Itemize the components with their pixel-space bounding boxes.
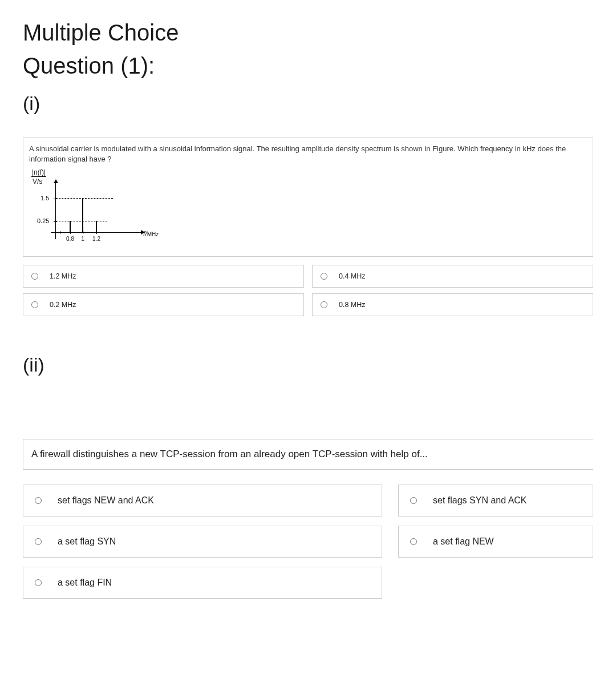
radio-icon [410, 538, 417, 545]
question-1-text: A sinusoidal carrier is modulated with a… [29, 144, 587, 164]
y-axis-label-bottom: V/s [33, 177, 42, 185]
y-tick-1: 1.5 [40, 195, 49, 201]
radio-icon [410, 497, 417, 504]
question-2-options: set flags NEW and ACK a set flag SYN a s… [23, 485, 593, 599]
q2-option-e-label: a set flag FIN [58, 578, 112, 588]
heading-line-2: Question (1): [23, 49, 593, 82]
q1-option-d[interactable]: 0.8 MHz [312, 293, 593, 316]
question-2-text: A firewall distinguishes a new TCP-sessi… [23, 439, 593, 470]
x-tick-1: 0.8 [66, 236, 74, 242]
radio-icon [35, 579, 42, 586]
part-ii-label: (ii) [23, 354, 593, 376]
q2-option-b-label: set flags SYN and ACK [433, 495, 527, 506]
q1-option-d-label: 0.8 MHz [339, 301, 366, 309]
page-title: Multiple Choice Question (1): [23, 16, 593, 82]
q1-option-a[interactable]: 1.2 MHz [23, 265, 304, 288]
q2-option-c[interactable]: a set flag SYN [23, 526, 382, 558]
radio-icon [31, 273, 38, 280]
q1-option-a-label: 1.2 MHz [50, 272, 76, 280]
q2-option-b[interactable]: set flags SYN and ACK [398, 485, 593, 517]
q1-option-b[interactable]: 0.4 MHz [312, 265, 593, 288]
x-tick-2: 1 [81, 236, 84, 242]
radio-icon [35, 538, 42, 545]
y-tick-2: 0.25 [37, 217, 49, 224]
radio-icon [321, 273, 327, 280]
part-i-label: (i) [23, 92, 593, 115]
y-axis-label-top: |n(f)| [31, 168, 46, 177]
spectrum-figure: |n(f)| V/s 1.5 0.25 [29, 168, 587, 248]
spike-1p0 [82, 198, 83, 232]
question-1-options: 1.2 MHz 0.2 MHz 0.4 MHz 0.8 MHz [23, 265, 593, 316]
guide-1p5 [56, 198, 113, 199]
y-axis [55, 182, 56, 239]
x-origin-cross [60, 231, 60, 234]
guide-0p25 [56, 221, 107, 221]
q2-option-a[interactable]: set flags NEW and ACK [23, 485, 382, 517]
q1-option-b-label: 0.4 MHz [339, 272, 366, 280]
radio-icon [31, 301, 38, 308]
spike-1p2 [96, 221, 97, 232]
question-1-block: A sinusoidal carrier is modulated with a… [23, 138, 593, 257]
spike-0p8 [70, 221, 71, 232]
q2-option-d-label: a set flag NEW [433, 536, 494, 547]
q2-option-c-label: a set flag SYN [58, 536, 116, 547]
heading-line-1: Multiple Choice [23, 16, 593, 49]
x-axis-label: f/MHz [143, 230, 159, 238]
q2-option-d[interactable]: a set flag NEW [398, 526, 593, 558]
q1-option-c-label: 0.2 MHz [50, 301, 76, 309]
q2-option-a-label: set flags NEW and ACK [58, 495, 154, 506]
radio-icon [321, 301, 327, 308]
q2-option-e[interactable]: a set flag FIN [23, 567, 382, 599]
radio-icon [35, 497, 42, 504]
q1-option-c[interactable]: 0.2 MHz [23, 293, 304, 316]
x-tick-3: 1.2 [92, 236, 100, 242]
